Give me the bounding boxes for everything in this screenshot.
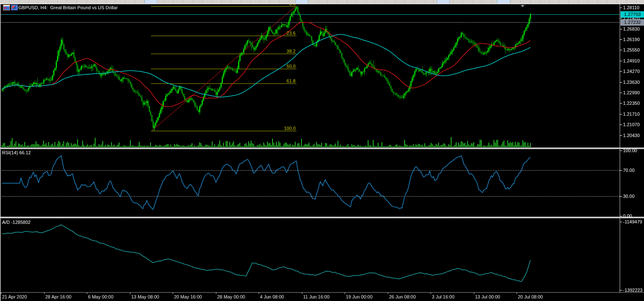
- price-tick-label: 1.25550: [623, 47, 640, 52]
- price-tick-label: 1.22350: [623, 101, 640, 106]
- toolbar-button[interactable]: [145, 0, 157, 3]
- rsi-tick-label: 30.00: [623, 194, 635, 199]
- rsi-panel[interactable]: [0, 149, 620, 216]
- fib-level-label: 61.8: [270, 78, 296, 83]
- time-axis-label: 6 May 00:00: [88, 294, 114, 299]
- time-axis-label: 19 Jun 00:00: [346, 294, 373, 299]
- time-axis-label: 4 Jun 08:00: [260, 294, 284, 299]
- bid-price-box: 1.27232: [621, 19, 644, 26]
- toolbar-button[interactable]: [296, 0, 308, 3]
- time-axis-label: 13 May 08:00: [131, 294, 159, 299]
- ad-tick-label: -1392223: [623, 288, 643, 293]
- ad-label: A/D -1285802: [2, 220, 31, 225]
- time-axis-label: 28 May 00:00: [217, 294, 245, 299]
- ask-price-box: 1.27703: [621, 11, 644, 18]
- window-top-border: [0, 3, 644, 4]
- price-tick-label: 1.20430: [623, 133, 640, 138]
- time-axis-label: 21 Apr 2020: [2, 294, 27, 299]
- price-tick-label: 1.24910: [623, 58, 640, 63]
- rsi-tick-label: 0.00: [623, 213, 632, 218]
- rsi-label: RSI(14) 66.12: [2, 150, 31, 155]
- window-left-border: [0, 4, 1, 301]
- panel-separator-rsi[interactable]: [0, 148, 644, 149]
- window-menu-icon[interactable]: [3, 5, 10, 10]
- price-tick-label: 1.26830: [623, 26, 640, 31]
- main-chart-panel[interactable]: [0, 5, 620, 147]
- toolbar-button[interactable]: [437, 0, 449, 3]
- ad-tick-label: -1149479: [623, 219, 642, 224]
- fib-level-label: 38.2: [270, 49, 296, 54]
- time-axis-label: 26 Jun 08:00: [389, 294, 416, 299]
- time-axis-label: 11 Jun 16:00: [303, 294, 330, 299]
- toolbar-strip[interactable]: [0, 0, 644, 3]
- price-tick-label: 1.21710: [623, 112, 640, 117]
- time-axis-label: 13 Jul 00:00: [475, 294, 500, 299]
- panel-separator-ad[interactable]: [0, 217, 644, 218]
- price-tick-label: 1.22990: [623, 90, 640, 95]
- time-axis-label: 20 Jul 08:00: [518, 294, 543, 299]
- price-tick-label: 1.21070: [623, 122, 640, 127]
- time-axis-label: 20 May 16:00: [174, 294, 202, 299]
- fib-level-label: 100.0: [270, 126, 296, 131]
- price-tick-label: 1.23630: [623, 80, 640, 85]
- time-axis-label: 28 Apr 16:00: [45, 294, 71, 299]
- toolbar-button[interactable]: [497, 0, 510, 3]
- time-axis-label: 3 Jul 16:00: [432, 294, 454, 299]
- rsi-tick-label: 100.00: [623, 148, 637, 153]
- ad-panel[interactable]: [0, 218, 620, 292]
- metatrader-chart-window: { "window": { "title": "GBPUSD, H4: Grea…: [0, 0, 644, 301]
- price-tick-label: 1.26190: [623, 37, 640, 42]
- fib-level-label: 50.0: [270, 64, 296, 69]
- chart-title: GBPUSD, H4: Great Britain Pound vs US Do…: [18, 5, 118, 10]
- price-tick-label: 1.28110: [623, 5, 639, 10]
- rsi-tick-label: 70.00: [623, 168, 635, 173]
- fib-level-label: 23.6: [270, 31, 296, 36]
- chart-symbol-icon[interactable]: [11, 5, 18, 10]
- price-tick-label: 1.24270: [623, 69, 640, 74]
